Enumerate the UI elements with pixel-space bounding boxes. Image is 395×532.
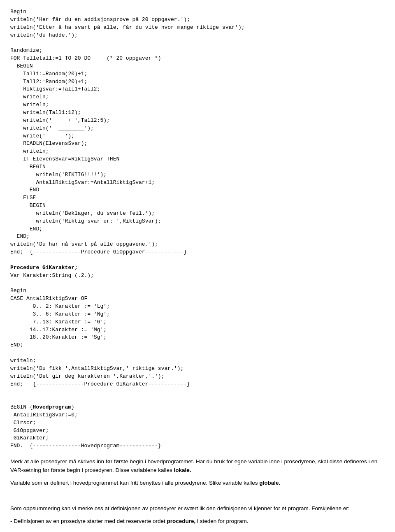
code-section: Begin writeln('Her får du en addisjonspr… [10, 8, 385, 450]
code-content: Begin writeln('Her får du en addisjonspr… [10, 8, 385, 450]
prose-section: Merk at alle prosedyrer må skrives inn f… [10, 458, 385, 532]
